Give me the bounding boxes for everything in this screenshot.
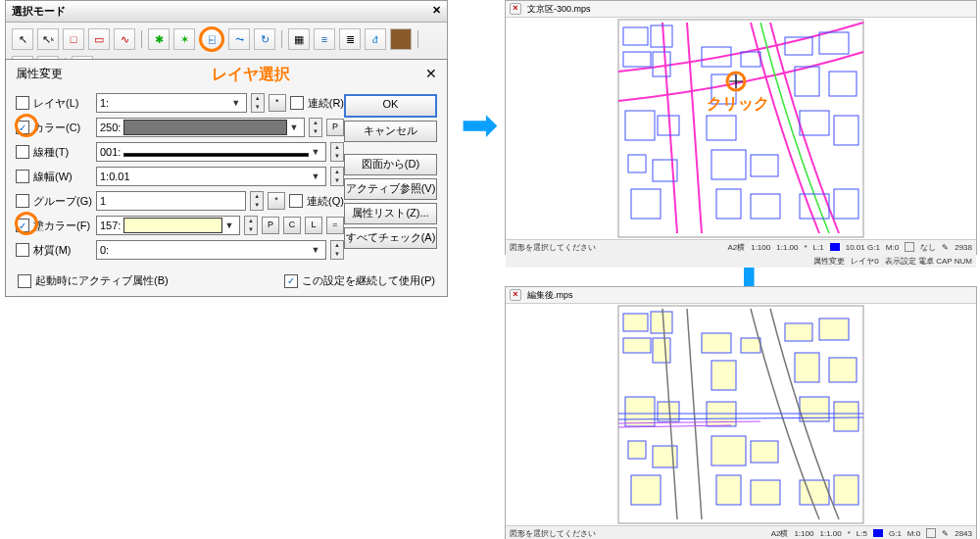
status-bar-before: 図形を選択してください A2横1:1001:1.00 *L:1 10.01 G:… bbox=[506, 239, 976, 254]
cont-q-checkbox[interactable] bbox=[289, 194, 303, 208]
map-tab-close-icon-2[interactable]: × bbox=[510, 289, 521, 301]
persist-label: この設定を継続して使用(P) bbox=[302, 273, 435, 288]
linewidth-label: 線幅(W) bbox=[33, 170, 92, 184]
fill-spinner[interactable]: ▲▼ bbox=[244, 216, 258, 235]
c-button[interactable]: C bbox=[283, 217, 301, 234]
tool-arrow-icon[interactable]: ↖ bbox=[12, 28, 33, 50]
annotation-click: クリック bbox=[707, 94, 769, 115]
map-canvas-before[interactable] bbox=[506, 18, 976, 239]
tool-reload-icon[interactable]: ↻ bbox=[254, 28, 275, 50]
linetype-select[interactable]: 001:▼ bbox=[96, 142, 326, 162]
tool-tricolor-icon[interactable]: ≣ bbox=[339, 28, 361, 50]
map-after-window: × 編集後.mps bbox=[505, 286, 977, 539]
tool-layer-select-icon[interactable]: ⍇ bbox=[199, 26, 224, 52]
svg-rect-51 bbox=[716, 475, 741, 505]
tool-branch-icon[interactable]: ✶ bbox=[173, 28, 195, 50]
fill-select[interactable]: 157:▼ bbox=[96, 216, 240, 235]
material-label: 材質(M) bbox=[33, 243, 92, 258]
svg-rect-45 bbox=[829, 358, 857, 382]
material-select[interactable]: 0:▼ bbox=[96, 240, 326, 260]
cont-r-label: 連続(R) bbox=[308, 96, 344, 111]
linewidth-spinner[interactable]: ▲▼ bbox=[330, 167, 344, 186]
tool-rect-icon[interactable]: □ bbox=[63, 28, 84, 50]
color-spinner[interactable]: ▲▼ bbox=[309, 118, 322, 137]
svg-rect-39 bbox=[702, 333, 731, 353]
map-tab-close-icon[interactable]: × bbox=[510, 3, 521, 15]
svg-rect-47 bbox=[834, 402, 858, 431]
svg-rect-44 bbox=[795, 353, 819, 382]
tool-arrow-sel-icon[interactable]: ↖k bbox=[37, 28, 59, 50]
attr-list-button[interactable]: 属性リスト(Z)... bbox=[344, 203, 437, 224]
cont-r-checkbox[interactable] bbox=[290, 96, 304, 110]
tool-eyedrop-icon[interactable]: ᵭ bbox=[365, 28, 386, 50]
tool-dashed-rect-icon[interactable]: ▭ bbox=[88, 28, 110, 50]
map-tab-after[interactable]: 編集後.mps bbox=[527, 289, 573, 302]
p-button-2[interactable]: P bbox=[262, 217, 279, 234]
svg-rect-52 bbox=[751, 480, 780, 505]
persist-checkbox[interactable]: ✓ bbox=[284, 274, 298, 288]
map-canvas-after[interactable] bbox=[506, 304, 976, 525]
svg-rect-49 bbox=[711, 436, 746, 466]
star-button-2[interactable]: * bbox=[268, 192, 285, 210]
color-select[interactable]: 250:▼ bbox=[96, 118, 305, 137]
fill-checkbox[interactable]: ✓ bbox=[16, 219, 29, 232]
toolbar-title: 選択モード bbox=[12, 4, 66, 19]
group-spinner[interactable]: ▲▼ bbox=[250, 191, 264, 211]
layer-label: レイヤ(L) bbox=[33, 96, 92, 111]
svg-rect-35 bbox=[658, 402, 679, 421]
eq-button[interactable]: = bbox=[326, 217, 344, 234]
arrow-right-icon: ➡ bbox=[461, 98, 499, 151]
star-button[interactable]: * bbox=[269, 94, 286, 112]
svg-rect-40 bbox=[711, 361, 736, 390]
layer-checkbox[interactable] bbox=[16, 96, 29, 110]
svg-rect-42 bbox=[785, 323, 812, 341]
tool-node-icon[interactable]: ✱ bbox=[148, 28, 170, 50]
layer-spinner[interactable]: ▲▼ bbox=[251, 93, 265, 113]
p-button[interactable]: P bbox=[326, 119, 344, 136]
cancel-button[interactable]: キャンセル bbox=[344, 121, 437, 142]
svg-rect-32 bbox=[623, 338, 651, 353]
dialog-close-button[interactable]: ✕ bbox=[425, 66, 437, 82]
attribute-change-dialog: 属性変更 ✕ レイヤ選択 レイヤ(L) 1:▼ ▲▼ * 連続(R) ✓ カラー… bbox=[5, 59, 448, 297]
color-label: カラー(C) bbox=[33, 121, 92, 135]
map-tab-before[interactable]: 文京区-300.mps bbox=[527, 3, 591, 16]
material-checkbox[interactable] bbox=[16, 243, 29, 257]
color-checkbox[interactable]: ✓ bbox=[16, 121, 29, 134]
linewidth-select[interactable]: 1:0.01▼ bbox=[96, 167, 326, 186]
svg-rect-54 bbox=[834, 475, 858, 505]
svg-rect-36 bbox=[628, 441, 646, 459]
startup-checkbox[interactable] bbox=[18, 274, 31, 288]
dialog-title: 属性変更 bbox=[16, 66, 63, 82]
tool-swatch-icon[interactable] bbox=[390, 28, 412, 50]
linetype-spinner[interactable]: ▲▼ bbox=[330, 142, 344, 162]
tool-lasso-icon[interactable]: ∿ bbox=[114, 28, 135, 50]
active-ref-button[interactable]: アクティブ参照(V) bbox=[344, 178, 437, 200]
svg-rect-43 bbox=[819, 318, 849, 340]
tool-grid-icon[interactable]: ▦ bbox=[288, 28, 310, 50]
tool-curve-icon[interactable]: ⤳ bbox=[228, 28, 250, 50]
svg-rect-41 bbox=[741, 338, 760, 353]
l-button[interactable]: L bbox=[305, 217, 322, 234]
toolbar-close-button[interactable]: ✕ bbox=[432, 4, 441, 19]
layer-select[interactable]: 1:▼ bbox=[96, 93, 247, 113]
tool-lines-icon[interactable]: ≡ bbox=[314, 28, 335, 50]
linetype-label: 線種(T) bbox=[33, 145, 92, 160]
fill-label: 塗カラー(F) bbox=[33, 219, 92, 233]
from-drawing-button[interactable]: 図面から(D) bbox=[344, 154, 437, 175]
material-spinner[interactable]: ▲▼ bbox=[330, 240, 344, 260]
group-label: グループ(G) bbox=[33, 194, 92, 209]
svg-rect-38 bbox=[631, 475, 661, 505]
check-all-button[interactable]: すべてチェック(A) bbox=[344, 227, 437, 249]
ok-button[interactable]: OK bbox=[344, 94, 437, 118]
startup-label: 起動時にアクティブ属性(B) bbox=[35, 273, 169, 288]
group-input[interactable]: 1 bbox=[96, 191, 246, 211]
status-bar-after: 図形を選択してください A2横1:1001:1.00 *L:5 G:1M:0 ✎… bbox=[506, 525, 976, 539]
svg-rect-33 bbox=[653, 338, 670, 363]
linewidth-checkbox[interactable] bbox=[16, 170, 29, 183]
linetype-checkbox[interactable] bbox=[16, 145, 29, 159]
group-checkbox[interactable] bbox=[16, 194, 29, 208]
cont-q-label: 連続(Q) bbox=[307, 194, 344, 209]
svg-rect-50 bbox=[751, 441, 778, 463]
map-before-window: × 文京区-300.mps bbox=[505, 0, 977, 255]
svg-rect-34 bbox=[625, 397, 655, 426]
